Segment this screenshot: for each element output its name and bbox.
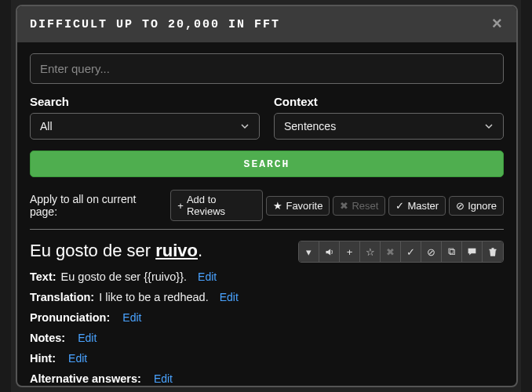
star-outline-icon: ☆ xyxy=(366,246,375,258)
master-button[interactable]: ✓ Master xyxy=(388,196,446,216)
search-label: Search xyxy=(30,95,260,108)
master-label: Master xyxy=(407,200,439,212)
close-icon[interactable]: × xyxy=(492,15,504,34)
translation-label: Translation: xyxy=(30,291,94,303)
edit-hint-link[interactable]: Edit xyxy=(68,352,87,365)
edit-translation-link[interactable]: Edit xyxy=(220,291,239,303)
context-label: Context xyxy=(274,95,504,108)
comment-button[interactable] xyxy=(462,241,483,262)
ban-icon: ⊘ xyxy=(427,246,435,258)
ignore-button[interactable]: ⊘ Ignore xyxy=(449,196,504,216)
hint-label: Hint: xyxy=(30,352,56,365)
plus-icon: + xyxy=(347,246,353,258)
translation-field: Translation: I like to be a redhead. Edi… xyxy=(30,291,504,303)
plus-icon: + xyxy=(177,200,184,212)
ignore-button[interactable]: ⊘ xyxy=(421,241,442,262)
expand-button[interactable]: ▾ xyxy=(299,241,319,262)
modal-title: DIFFICULT UP TO 20,000 IN FFT xyxy=(30,18,492,31)
bulk-actions-row: Apply to all on current page: + Add to R… xyxy=(30,190,504,221)
copy-icon: ⧉ xyxy=(448,245,455,258)
add-to-reviews-label: Add to Reviews xyxy=(187,194,257,217)
modal-body: Search All Context Sentences SEARCH xyxy=(17,42,516,386)
modal-header: DIFFICULT UP TO 20,000 IN FFT × xyxy=(17,6,516,42)
check-button[interactable]: ✓ xyxy=(401,241,421,262)
text-label: Text: xyxy=(30,270,56,283)
text-value: Eu gosto de ser {{ruivo}}. xyxy=(61,270,187,283)
x-icon: ✖ xyxy=(386,246,395,258)
card-action-bar: ▾ + ☆ ✖ ✓ ⊘ ⧉ xyxy=(298,241,504,263)
ban-icon: ⊘ xyxy=(456,200,465,212)
chevron-down-icon xyxy=(484,122,494,131)
modal-dialog: DIFFICULT UP TO 20,000 IN FFT × Search A… xyxy=(16,5,518,387)
context-select[interactable]: Sentences xyxy=(274,113,504,140)
alternative-answers-field: Alternative answers: Edit xyxy=(30,372,504,385)
divider xyxy=(30,229,504,230)
trash-icon xyxy=(488,247,497,257)
comment-icon xyxy=(467,247,477,257)
star-button[interactable]: ☆ xyxy=(360,241,381,262)
query-input[interactable] xyxy=(30,53,504,84)
context-select-value: Sentences xyxy=(284,120,336,132)
edit-notes-link[interactable]: Edit xyxy=(78,332,97,344)
search-select-value: All xyxy=(40,120,53,132)
x-icon: ✖ xyxy=(340,200,348,212)
edit-alt-link[interactable]: Edit xyxy=(154,372,173,385)
trash-button[interactable] xyxy=(483,241,503,262)
ignore-label: Ignore xyxy=(468,200,497,212)
star-icon: ★ xyxy=(273,200,282,212)
hint-field: Hint: Edit xyxy=(30,352,504,365)
pronunciation-field: Pronunciation: Edit xyxy=(30,311,504,324)
favorite-label: Favorite xyxy=(286,200,322,212)
edit-text-link[interactable]: Edit xyxy=(198,270,217,283)
sentence-cloze: ruivo xyxy=(155,241,198,260)
alternative-answers-label: Alternative answers: xyxy=(30,372,141,385)
reset-button[interactable]: ✖ Reset xyxy=(333,196,385,216)
copy-button[interactable]: ⧉ xyxy=(442,241,462,262)
pronunciation-label: Pronunciation: xyxy=(30,311,110,324)
add-button[interactable]: + xyxy=(340,241,360,262)
audio-button[interactable] xyxy=(319,241,340,262)
delete-button[interactable]: ✖ xyxy=(381,241,401,262)
chevron-down-icon: ▾ xyxy=(306,246,312,258)
reset-label: Reset xyxy=(352,200,378,212)
notes-label: Notes: xyxy=(30,332,65,344)
sentence-suffix: . xyxy=(198,241,202,260)
sound-icon xyxy=(324,247,334,257)
sentence-prefix: Eu gosto de ser xyxy=(30,241,155,260)
text-field: Text: Eu gosto de ser {{ruivo}}. Edit xyxy=(30,270,504,283)
favorite-button[interactable]: ★ Favorite xyxy=(266,196,330,216)
notes-field: Notes: Edit xyxy=(30,332,504,344)
card-header: Eu gosto de ser ruivo. ▾ + ☆ ✖ ✓ ⊘ ⧉ xyxy=(30,241,504,263)
check-icon: ✓ xyxy=(395,200,404,212)
add-to-reviews-button[interactable]: + Add to Reviews xyxy=(170,190,263,221)
edit-pronunciation-link[interactable]: Edit xyxy=(122,311,141,324)
check-icon: ✓ xyxy=(406,246,415,258)
bulk-lead-text: Apply to all on current page: xyxy=(30,193,164,218)
chevron-down-icon xyxy=(240,122,250,131)
sentence-display: Eu gosto de ser ruivo. xyxy=(30,241,202,261)
translation-value: I like to be a redhead. xyxy=(99,291,208,303)
search-button[interactable]: SEARCH xyxy=(30,151,504,177)
search-select[interactable]: All xyxy=(30,113,260,140)
